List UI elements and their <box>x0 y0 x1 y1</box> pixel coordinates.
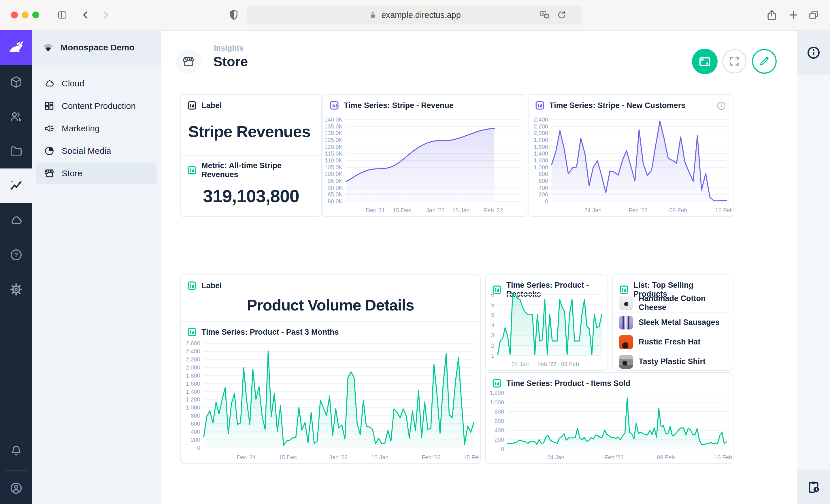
svg-text:24 Jan: 24 Jan <box>584 207 602 213</box>
product-name: Tasty Plastic Shirt <box>639 357 705 366</box>
module-files[interactable] <box>0 134 32 168</box>
past-3-months-chart: 2,6002,4002,2002,0001,8001,6001,4001,200… <box>182 339 479 462</box>
module-cloud[interactable] <box>0 203 32 238</box>
svg-text:2,000: 2,000 <box>534 130 548 136</box>
module-content[interactable] <box>0 65 32 99</box>
share-icon[interactable] <box>765 9 778 21</box>
label-panel: Label Stripe Revenues <box>181 95 321 156</box>
panel-new-customers: Time Series: Stripe - New Customers 2,40… <box>528 94 733 217</box>
metric-value: 319,103,800 <box>181 181 321 217</box>
svg-text:80.0K: 80.0K <box>328 198 343 204</box>
tab-overview-icon[interactable] <box>807 9 820 21</box>
module-insights[interactable] <box>0 168 32 203</box>
list-item[interactable]: Handmade Cotton Cheese <box>613 293 733 312</box>
cube-icon <box>9 75 23 89</box>
svg-text:2,200: 2,200 <box>534 123 548 130</box>
directus-logo[interactable] <box>0 30 32 65</box>
insights-icon <box>9 179 23 193</box>
reload-icon[interactable] <box>556 9 567 21</box>
window-zoom-button[interactable] <box>32 11 39 19</box>
panel-info-icon[interactable] <box>716 101 727 111</box>
svg-text:1,400: 1,400 <box>534 150 548 157</box>
svg-text:400: 400 <box>539 184 548 191</box>
bell-icon <box>9 444 23 458</box>
megaphone-icon <box>44 123 55 134</box>
activity-drawer-toggle[interactable] <box>797 470 830 504</box>
svg-text:?: ? <box>14 251 18 258</box>
sidebar-item-marketing[interactable]: Marketing <box>36 117 157 139</box>
signal-icon <box>42 41 54 54</box>
sidebar-item-label: Store <box>62 168 83 178</box>
list-item[interactable]: Rustic Fresh Hat <box>613 332 733 351</box>
panel-header: Time Series: Stripe - New Customers <box>529 95 733 112</box>
svg-text:95.0K: 95.0K <box>328 178 343 184</box>
svg-text:15 Feb: 15 Feb <box>464 454 479 461</box>
module-users[interactable] <box>0 99 32 134</box>
svg-text:100.0K: 100.0K <box>324 171 343 177</box>
panel-product-volume: Label Product Volume Details Time Series… <box>180 274 481 464</box>
storefront-icon <box>182 55 195 68</box>
list-item[interactable]: Tasty Plastic Shirt <box>613 351 733 371</box>
svg-text:08 Feb: 08 Feb <box>657 454 675 461</box>
page-icon-button[interactable] <box>176 49 201 74</box>
svg-text:130.0K: 130.0K <box>324 130 343 136</box>
svg-text:Jan '22: Jan '22 <box>426 207 445 213</box>
product-thumbnail <box>619 335 633 349</box>
project-header[interactable]: Monospace Demo <box>32 30 161 65</box>
panel-type-icon <box>187 101 197 110</box>
svg-text:600: 600 <box>191 421 200 427</box>
address-bar[interactable]: example.directus.app A <box>247 5 582 25</box>
module-settings[interactable] <box>0 272 32 307</box>
svg-text:400: 400 <box>494 427 504 433</box>
svg-text:105.0K: 105.0K <box>324 164 343 170</box>
info-drawer-toggle[interactable] <box>797 30 830 75</box>
svg-text:135.0K: 135.0K <box>324 123 343 130</box>
sidebar-item-store[interactable]: Store <box>36 162 157 184</box>
panel-header-label: Metric: All-time Stripe Revenues <box>201 161 315 179</box>
nav-list: Cloud Content Production Marketing Socia… <box>32 65 161 184</box>
panel-header-label: Label <box>201 101 222 110</box>
svg-text:1,600: 1,600 <box>186 380 200 387</box>
list-item[interactable]: Sleek Metal Sausages <box>613 312 733 332</box>
new-tab-icon[interactable] <box>787 9 799 21</box>
back-button-icon[interactable] <box>80 9 91 21</box>
module-bar-divider <box>5 470 28 471</box>
svg-text:3: 3 <box>491 332 494 338</box>
panel-top-products: List: Top Selling Products Handmade Cott… <box>612 274 733 371</box>
zoom-to-fit-button[interactable] <box>692 49 717 74</box>
sidebar-item-content-production[interactable]: Content Production <box>36 95 157 117</box>
svg-text:120.0K: 120.0K <box>324 144 343 150</box>
sidebar-item-cloud[interactable]: Cloud <box>36 73 157 95</box>
info-icon <box>806 45 821 60</box>
product-list: Handmade Cotton Cheese Sleek Metal Sausa… <box>613 293 733 370</box>
window-minimize-button[interactable] <box>22 11 29 19</box>
svg-text:Feb '22: Feb '22 <box>537 361 556 367</box>
fullscreen-button[interactable] <box>722 49 746 73</box>
panel-type-icon <box>329 101 339 110</box>
module-help[interactable]: ? <box>0 238 32 272</box>
window-close-button[interactable] <box>11 11 18 19</box>
svg-text:16 Feb: 16 Feb <box>714 454 732 461</box>
edit-dashboard-button[interactable] <box>752 49 777 74</box>
translate-icon[interactable]: A <box>539 9 550 21</box>
product-thumbnail <box>619 355 633 369</box>
shield-icon[interactable] <box>228 9 240 21</box>
svg-text:800: 800 <box>539 171 548 177</box>
help-icon: ? <box>9 248 23 262</box>
svg-text:200: 200 <box>191 437 200 443</box>
cloud-module-icon <box>9 213 23 227</box>
notifications-bell[interactable] <box>0 434 32 468</box>
breadcrumb[interactable]: Insights <box>214 44 244 53</box>
svg-text:16 Feb: 16 Feb <box>715 207 732 213</box>
user-avatar[interactable] <box>0 472 32 504</box>
forward-button-icon[interactable] <box>100 9 111 21</box>
sidebar-toggle-icon[interactable] <box>57 10 68 20</box>
sidebar-item-social-media[interactable]: Social Media <box>36 140 157 162</box>
storefront-icon <box>44 168 55 179</box>
svg-text:08 Feb: 08 Feb <box>669 207 687 213</box>
svg-text:200: 200 <box>494 437 504 443</box>
gear-icon <box>9 282 23 296</box>
restocks-chart: 655432124 JanFeb '2208 Feb <box>487 292 606 368</box>
svg-text:Feb '22: Feb '22 <box>422 454 441 461</box>
svg-text:A: A <box>542 11 545 16</box>
